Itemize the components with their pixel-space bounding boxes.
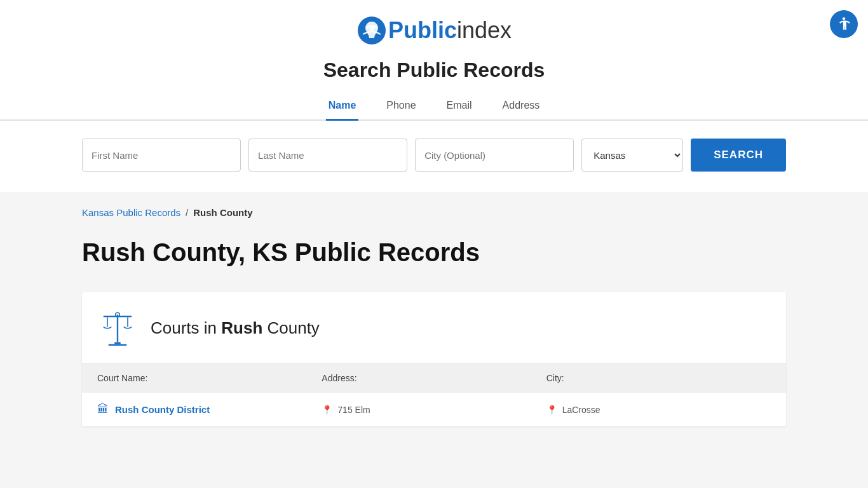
- court-name-cell: 🏛 Rush County District: [97, 403, 322, 416]
- breadcrumb-link[interactable]: Kansas Public Records: [82, 207, 180, 218]
- search-tabs: Name Phone Email Address: [0, 95, 868, 121]
- search-title: Search Public Records: [323, 58, 545, 82]
- search-section: Kansas SEARCH: [0, 121, 868, 192]
- breadcrumb: Kansas Public Records / Rush County: [82, 207, 786, 218]
- address-icon: 📍: [322, 405, 332, 415]
- courts-icon: [97, 308, 138, 348]
- logo: Publicindex: [356, 15, 512, 46]
- city-cell: 📍 LaCrosse: [546, 405, 771, 415]
- court-link[interactable]: Rush County District: [115, 404, 210, 415]
- search-button[interactable]: SEARCH: [691, 139, 786, 172]
- svg-point-0: [843, 17, 845, 20]
- logo-area: Publicindex Search Public Records Name P…: [0, 0, 868, 121]
- col-court-name: Court Name:: [97, 373, 322, 383]
- svg-point-2: [369, 25, 374, 30]
- svg-rect-3: [114, 342, 121, 344]
- state-select[interactable]: Kansas: [581, 139, 683, 172]
- table-header: Court Name: Address: City:: [82, 363, 786, 392]
- first-name-input[interactable]: [82, 139, 241, 172]
- courts-title-bold: Rush: [221, 318, 262, 337]
- tab-phone[interactable]: Phone: [384, 95, 418, 121]
- page-title: Rush County, KS Public Records: [82, 238, 786, 267]
- last-name-input[interactable]: [248, 139, 407, 172]
- city-icon: 📍: [546, 405, 557, 415]
- logo-icon: [356, 15, 387, 46]
- courts-title: Courts in Rush County: [151, 318, 320, 338]
- courts-title-suffix: County: [262, 318, 320, 337]
- main-content: Kansas Public Records / Rush County Rush…: [72, 192, 796, 452]
- col-city: City:: [546, 373, 771, 383]
- logo-public: Public: [388, 17, 457, 43]
- header: Publicindex Search Public Records Name P…: [0, 0, 868, 192]
- search-form: Kansas SEARCH: [72, 139, 796, 172]
- svg-rect-5: [117, 315, 118, 342]
- courts-section: Courts in Rush County Court Name: Addres…: [82, 292, 786, 426]
- breadcrumb-separator: /: [186, 207, 188, 218]
- accessibility-button[interactable]: [830, 10, 858, 38]
- courts-title-prefix: Courts in: [151, 318, 221, 337]
- bank-icon: 🏛: [97, 403, 109, 416]
- tab-email[interactable]: Email: [444, 95, 475, 121]
- table-row: 🏛 Rush County District 📍 715 Elm 📍 LaCro…: [82, 392, 786, 426]
- breadcrumb-current: Rush County: [193, 207, 252, 218]
- tab-address[interactable]: Address: [500, 95, 543, 121]
- logo-text: Publicindex: [388, 17, 512, 44]
- logo-index: index: [457, 17, 512, 43]
- city-input[interactable]: [415, 139, 574, 172]
- tab-name[interactable]: Name: [326, 95, 359, 121]
- courts-header: Courts in Rush County: [82, 292, 786, 363]
- col-address: Address:: [322, 373, 546, 383]
- svg-rect-4: [109, 344, 127, 346]
- address-cell: 📍 715 Elm: [322, 405, 546, 415]
- address-value: 715 Elm: [337, 405, 370, 415]
- city-value: LaCrosse: [562, 405, 600, 415]
